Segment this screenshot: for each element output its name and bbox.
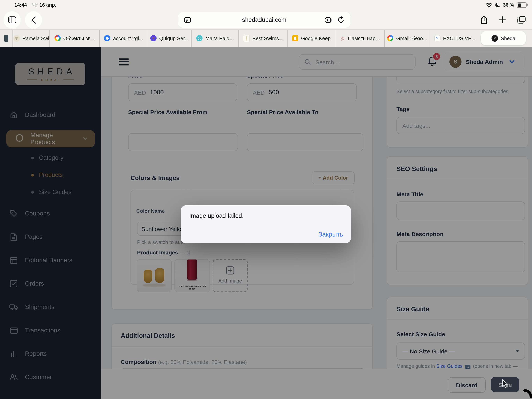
battery-percent: 36 % [503, 2, 514, 8]
tabs-overview-icon[interactable] [517, 16, 526, 24]
tab-pamela[interactable]: ✻Pamela Swi [13, 30, 50, 47]
ink-arc [522, 389, 532, 399]
address-bar[interactable]: shedadubai.com [178, 12, 350, 28]
back-button[interactable] [25, 11, 42, 28]
feather-icon [243, 34, 250, 42]
sidebar-toggle-button[interactable] [4, 11, 21, 28]
web-page: Price Special Price AED 1000 AED 500 Spe… [0, 47, 532, 399]
keep-icon [292, 35, 298, 41]
tab-obekty[interactable]: Объекты зв... [50, 30, 100, 47]
tab-google-keep[interactable]: Google Keep [288, 30, 335, 47]
pinned-tab-icon [4, 35, 8, 41]
safari-toolbar: shedadubai.com [0, 11, 532, 29]
malta-icon [196, 35, 203, 41]
share-icon[interactable] [481, 16, 488, 24]
tab-gmail[interactable]: Gmail: безо... [385, 30, 430, 47]
back-chevron-icon [31, 16, 36, 24]
google-icon [54, 35, 61, 41]
tab-pamyat[interactable]: ☆Память нар... [335, 30, 385, 47]
tab-exclusive[interactable]: ∿EXCLUSIVE... [430, 30, 480, 47]
google-icon [387, 35, 393, 41]
status-bar: 14:44 Чт 16 апр. 36 % [0, 0, 532, 11]
clock: 14:44 [14, 2, 27, 8]
mouse-cursor [502, 379, 510, 389]
doc-icon: ∿ [434, 35, 440, 41]
tab-sheda-active[interactable]: ✕Sheda [481, 31, 526, 45]
close-icon[interactable]: ✕ [491, 35, 498, 41]
quiqup-icon: ✕ [150, 35, 157, 41]
url-text: shedadubai.com [242, 16, 286, 23]
date: Чт 16 апр. [32, 2, 56, 8]
tab-quiqup[interactable]: ✕Quiqup Ser... [148, 30, 192, 47]
reload-icon[interactable] [338, 16, 344, 23]
sand-dollar-icon: ✻ [13, 35, 20, 41]
alert-dialog: Image upload failed. Закрыть [181, 205, 351, 243]
tab-partial[interactable] [0, 30, 13, 47]
extensions-icon[interactable] [325, 17, 332, 23]
sidebar-icon [8, 16, 16, 23]
alert-message: Image upload failed. [189, 212, 244, 219]
star-icon: ☆ [340, 35, 345, 41]
new-tab-icon[interactable] [499, 16, 506, 24]
ipad-screen: 14:44 Чт 16 апр. 36 % shedadubai.com [0, 0, 532, 399]
wifi-icon [485, 3, 492, 8]
tab-malta[interactable]: Malta Palo... [192, 30, 239, 47]
reader-icon[interactable] [184, 17, 191, 23]
focus-moon-icon [495, 2, 500, 8]
tab-best-swims[interactable]: Best Swims... [239, 30, 288, 47]
battery-icon [517, 3, 526, 8]
tab-account2gis[interactable]: account.2gi... [100, 30, 148, 47]
tab-bar: ✻Pamela Swi Объекты зв... account.2gi...… [0, 29, 532, 47]
alert-close-button[interactable]: Закрыть [318, 231, 343, 238]
map-pin-icon [104, 35, 110, 41]
